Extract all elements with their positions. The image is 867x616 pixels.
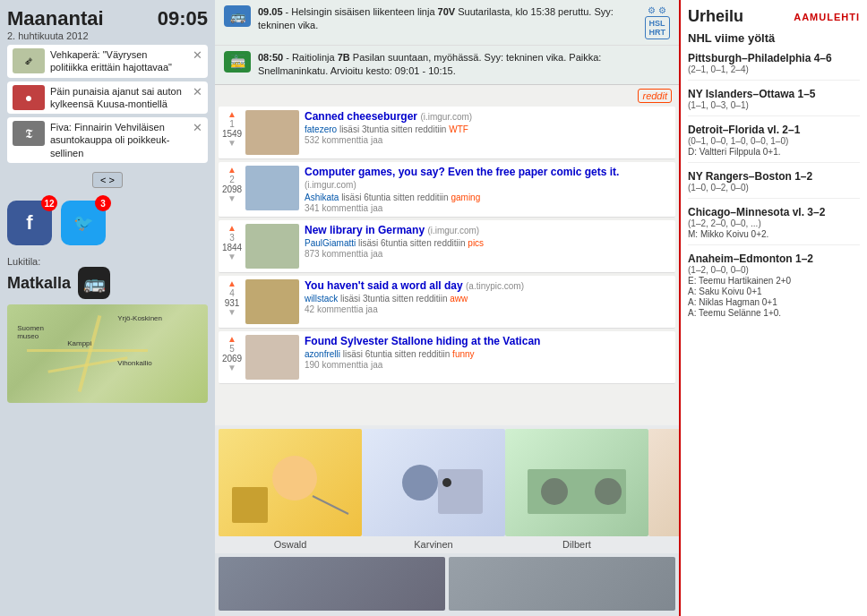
reddit-comments-1[interactable]: 532 kommenttia — [305, 135, 368, 145]
nhl-title: NHL viime yöltä — [688, 31, 860, 45]
comic-item-karvinen[interactable]: Karvinen — [362, 429, 505, 550]
reddit-sub-3[interactable]: pics — [468, 238, 484, 248]
reddit-item-3: ▲ 3 1844 ▼ New library in Germany (i.img… — [219, 220, 675, 273]
downvote-3[interactable]: ▼ — [227, 252, 236, 261]
comic-img-fingerpori[interactable] — [648, 429, 679, 536]
right-panel: Urheilu AAMULEHTI NHL viime yöltä Pittsb… — [679, 0, 867, 616]
twitter-badge: 3 — [95, 195, 111, 211]
bottom-thumb-1[interactable] — [219, 557, 445, 611]
upvote-2[interactable]: ▲ — [227, 166, 236, 175]
game-teams-1[interactable]: NY Islanders–Ottawa 1–5 — [688, 88, 860, 100]
upvote-3[interactable]: ▲ — [227, 224, 236, 233]
reddit-thumb-5[interactable] — [245, 335, 299, 380]
tram-alert-icon: 🚋 — [224, 51, 251, 73]
hsl-logo-section: ⚙ ⚙ HSLHRT — [645, 5, 671, 39]
comic-label-dilbert: Dilbert — [562, 539, 591, 550]
nav-arrow[interactable]: < > — [92, 172, 123, 188]
game-result-1: NY Islanders–Ottawa 1–5 (1–1, 0–3, 0–1) — [688, 88, 860, 116]
reddit-thumb-3[interactable] — [245, 224, 299, 269]
reddit-jaa-1[interactable]: jaa — [371, 135, 382, 145]
reddit-actions-2: 341 kommenttia jaa — [305, 203, 670, 213]
reddit-title-1[interactable]: Canned cheeseburger (i.imgur.com) — [305, 110, 670, 123]
game-result-0: Pittsburgh–Philadelphia 4–6 (2–1, 0–1, 2… — [688, 52, 860, 81]
game-teams-5[interactable]: Anaheim–Edmonton 1–2 — [688, 252, 860, 265]
bus-icon[interactable]: 🚌 — [78, 267, 110, 299]
game-teams-3[interactable]: NY Rangers–Boston 1–2 — [688, 170, 860, 183]
reddit-comments-4[interactable]: 42 kommenttia — [305, 304, 364, 314]
reddit-actions-3: 873 kommenttia jaa — [305, 249, 670, 259]
game-scorer-5: E: Teemu Hartikainen 2+0 — [688, 276, 860, 286]
reddit-meta-1: fatezero lisäsi 3tuntia sitten redditiin… — [305, 124, 670, 134]
reddit-item-1: ▲ 1 1549 ▼ Canned cheeseburger (i.imgur.… — [219, 107, 675, 159]
downvote-1[interactable]: ▼ — [227, 139, 236, 148]
reddit-comments-3[interactable]: 873 kommenttia — [305, 249, 368, 259]
reddit-sub-1[interactable]: WTF — [449, 124, 468, 134]
news-close-2[interactable]: ✕ — [193, 85, 202, 98]
reddit-title-3[interactable]: New library in Germany (i.imgur.com) — [305, 224, 670, 236]
matkalla-section: Matkalla 🚌 — [7, 267, 208, 299]
reddit-meta-2: Ashikata lisäsi 6tuntia sitten redditiin… — [305, 192, 670, 202]
svg-point-8 — [595, 478, 622, 505]
reddit-user-4[interactable]: willstack — [305, 294, 338, 304]
news-close-3[interactable]: ✕ — [193, 121, 202, 134]
reddit-user-5[interactable]: azonfrelli — [305, 349, 340, 359]
map-container[interactable]: Suomenmuseo Kamppi Vihonkallio Yrjö-Kosk… — [7, 304, 208, 403]
comic-svg-dilbert — [510, 433, 644, 532]
reddit-jaa-2[interactable]: jaa — [371, 203, 382, 213]
game-teams-4[interactable]: Chicago–Minnesota vl. 3–2 — [688, 206, 860, 218]
comic-img-oswald[interactable] — [219, 429, 362, 536]
reddit-content-3: New library in Germany (i.imgur.com) Pau… — [305, 224, 670, 259]
game-teams-0[interactable]: Pittsburgh–Philadelphia 4–6 — [688, 52, 860, 64]
upvote-5[interactable]: ▲ — [227, 335, 236, 344]
reddit-user-3[interactable]: PaulGiamatti — [305, 238, 356, 248]
downvote-5[interactable]: ▼ — [227, 364, 236, 372]
reddit-sub-4[interactable]: aww — [450, 294, 468, 304]
reddit-title-2[interactable]: Computer games, you say? Even the free p… — [305, 166, 670, 191]
hsl-logo: HSLHRT — [645, 16, 671, 39]
left-header: Maanantai 2. huhtikuuta 2012 09:05 — [7, 7, 208, 41]
thumb-img-3 — [245, 224, 299, 269]
center-panel: 🚌 09.05 - Helsingin sisäisen liikenteen … — [215, 0, 679, 616]
comic-svg-fingerpori — [653, 433, 679, 532]
reddit-domain-1: (i.imgur.com) — [420, 112, 472, 122]
game-scorer-5: A: Teemu Selänne 1+0. — [688, 308, 860, 318]
reddit-title-5[interactable]: Found Sylvester Stallone hiding at the V… — [305, 335, 670, 347]
game-scorer-5: A: Saku Koivu 0+1 — [688, 287, 860, 296]
reddit-thumb-2[interactable] — [245, 166, 299, 210]
reddit-jaa-5[interactable]: jaa — [371, 360, 382, 370]
reddit-thumb-1[interactable] — [245, 110, 299, 155]
comic-svg-oswald — [223, 433, 357, 532]
facebook-button[interactable]: f 12 — [7, 201, 52, 245]
reddit-time-1: lisäsi 3tuntia sitten redditiin — [339, 124, 449, 134]
reddit-jaa-4[interactable]: jaa — [365, 304, 377, 314]
game-teams-2[interactable]: Detroit–Florida vl. 2–1 — [688, 124, 860, 136]
reddit-jaa-3[interactable]: jaa — [371, 249, 382, 259]
reddit-comments-2[interactable]: 341 kommenttia — [305, 203, 368, 213]
rank-2: 2 — [229, 175, 235, 184]
upvote-1[interactable]: ▲ — [227, 110, 236, 119]
upvote-4[interactable]: ▲ — [227, 279, 236, 288]
reddit-user-2[interactable]: Ashikata — [305, 192, 339, 202]
comic-img-dilbert[interactable] — [505, 429, 648, 536]
reddit-title-4[interactable]: You haven't said a word all day (a.tinyp… — [305, 279, 670, 292]
comic-item-dilbert[interactable]: Dilbert — [505, 429, 648, 550]
comic-img-karvinen[interactable] — [362, 429, 505, 536]
downvote-2[interactable]: ▼ — [227, 194, 236, 203]
reddit-sub-2[interactable]: gaming — [451, 192, 480, 202]
downvote-4[interactable]: ▼ — [227, 308, 236, 317]
reddit-time-5: lisäsi 6tuntia sitten redditiin — [343, 349, 452, 359]
reddit-sub-5[interactable]: funny — [452, 349, 474, 359]
reddit-comments-5[interactable]: 190 kommenttia — [305, 360, 368, 370]
alert-row-1: 🚌 09.05 - Helsingin sisäisen liikenteen … — [215, 0, 679, 46]
reddit-user-1[interactable]: fatezero — [305, 124, 337, 134]
svg-point-7 — [541, 478, 568, 505]
bottom-thumb-2[interactable] — [449, 557, 675, 611]
twitter-button[interactable]: 🐦 3 — [61, 201, 106, 245]
reddit-meta-3: PaulGiamatti lisäsi 6tuntia sitten reddi… — [305, 238, 670, 248]
reddit-actions-4: 42 kommenttia jaa — [305, 304, 670, 314]
comic-item-fingerpori[interactable]: Fingerpori — [648, 429, 679, 550]
rank-3: 3 — [229, 233, 235, 243]
reddit-thumb-4[interactable] — [245, 279, 299, 324]
news-close-1[interactable]: ✕ — [193, 48, 202, 62]
comic-item-oswald[interactable]: Oswald — [219, 429, 362, 550]
